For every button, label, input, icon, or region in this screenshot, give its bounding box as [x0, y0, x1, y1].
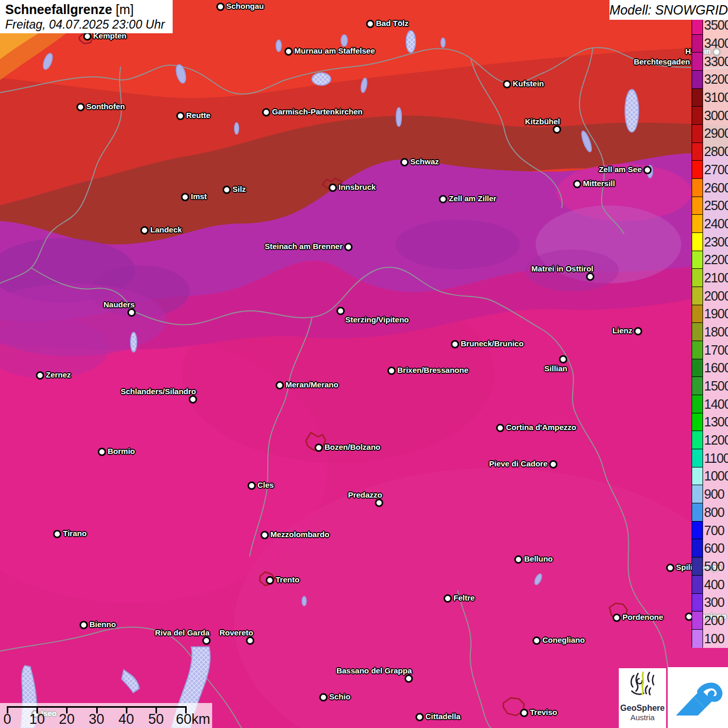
city-label: Kitzbühel	[525, 117, 561, 126]
city-dot	[176, 112, 185, 120]
city-label: Innsbruck	[339, 183, 376, 191]
city-dot	[315, 444, 323, 452]
colorbar-tick-label: 3100	[704, 90, 728, 105]
city-label: Bienno	[89, 620, 116, 629]
colorbar-tick-label: 1100	[704, 450, 728, 465]
colorbar-tick-label: 3000	[704, 108, 728, 123]
colorbar-tick-label: 3400	[704, 36, 728, 51]
city-label: Schlanders/Silandro	[121, 387, 196, 396]
city-dot	[329, 184, 337, 192]
city-label: Zell am See	[599, 165, 642, 174]
colorbar-segment	[692, 359, 703, 378]
city-dot	[520, 709, 528, 717]
colorbar-tick-label: 3300	[704, 54, 728, 69]
city-dot	[387, 367, 396, 375]
city-label: Conegliano	[542, 635, 585, 644]
city-label: Murnau am Staffelsee	[294, 46, 375, 55]
city-dot	[98, 448, 106, 456]
geosphere-logo-text: GeoSphere	[619, 704, 666, 713]
colorbar-segment	[692, 179, 703, 197]
city-dot	[36, 371, 44, 380]
colorbar-segment	[692, 395, 703, 413]
geosphere-logo-subtext: Austria	[619, 713, 666, 722]
colorbar-tick-label: 400	[704, 577, 724, 592]
colorbar-segment	[692, 251, 703, 269]
city-label: Pieve di Cadore	[489, 459, 548, 468]
geosphere-logo-icon	[627, 668, 659, 700]
scale-bar-number: 10	[29, 711, 45, 727]
city-label: Cittadella	[425, 712, 461, 721]
mountain-cloud-icon	[671, 674, 725, 722]
city-label: Mittersill	[583, 179, 615, 188]
city-dot	[127, 308, 136, 317]
city-label: Schio	[329, 692, 350, 701]
colorbar-segment	[692, 305, 703, 323]
city-label: Silz	[232, 185, 246, 193]
city-dot	[666, 564, 674, 572]
city-label: Feltre	[453, 593, 475, 602]
city-dot	[559, 355, 567, 363]
colorbar-segment	[692, 89, 703, 107]
colorbar-segment	[692, 35, 703, 53]
city-dot	[336, 307, 345, 315]
colorbar-segment	[692, 431, 703, 449]
city-dot	[400, 158, 409, 166]
city-dot	[375, 499, 383, 507]
snowfall-limit-map: SchongauBad TölzKemptenMurnau am Staffel…	[0, 0, 728, 728]
city-dot	[261, 531, 269, 539]
city-dot	[80, 621, 88, 629]
city-dot	[266, 576, 274, 584]
city-label: Bassano del Grappa	[336, 666, 412, 675]
zone-purple-dark	[395, 219, 520, 269]
city-label: Bozen/Bolzano	[324, 443, 381, 451]
city-label: Sterzing/Vipiteno	[345, 315, 409, 324]
city-label: Bruneck/Brunico	[461, 339, 524, 348]
city-label: Meran/Merano	[285, 380, 339, 389]
city-label: Mezzolombardo	[270, 530, 329, 539]
colorbar-tick-label: 500	[704, 558, 724, 574]
city-label: Sillian	[544, 364, 567, 373]
city-dot	[532, 636, 541, 645]
colorbar-tick-label: 1300	[704, 414, 728, 430]
scale-bar-number: 60km	[176, 711, 210, 727]
city-dot	[451, 340, 459, 348]
city-label: Schwaz	[410, 157, 439, 166]
colorbar-tick-label: 600	[704, 541, 724, 556]
colorbar-tick-label: 2800	[704, 144, 728, 159]
city-dot	[444, 594, 452, 603]
city-dot	[415, 713, 424, 721]
city-label: Lienz	[613, 326, 632, 335]
city-dot	[553, 125, 561, 134]
city-dot	[83, 32, 92, 41]
colorbar-tick-label: 1900	[704, 306, 728, 321]
model-label: Modell: SNOWGRID	[609, 0, 728, 20]
geosphere-logo: GeoSphere Austria	[619, 668, 666, 728]
city-dot	[634, 327, 642, 335]
colorbar-tick-label: 2200	[704, 252, 728, 267]
colorbar-tick-label: 2500	[704, 198, 728, 213]
city-label: Garmisch-Partenkirchen	[272, 107, 362, 116]
city-label: Schongau	[226, 2, 264, 10]
colorbar-tick-label: 2100	[704, 270, 728, 285]
city-dot	[643, 166, 652, 174]
colorbar-segment	[692, 522, 703, 540]
city-dot	[405, 674, 413, 683]
colorbar-tick-label: 1000	[704, 469, 728, 484]
colorbar-tick-label: 1600	[704, 360, 728, 375]
colorbar-segment	[692, 503, 703, 522]
title-datetime: Freitag, 04.07.2025 23:00 Uhr	[5, 18, 173, 32]
scale-bar-number: 20	[59, 711, 74, 727]
city-dot	[319, 693, 328, 701]
colorbar-tick-label: 900	[704, 487, 724, 502]
colorbar-segment	[692, 125, 703, 143]
colorbar-segment	[692, 107, 703, 125]
city-label: Landeck	[150, 225, 182, 234]
city-label: Pordenone	[622, 613, 663, 621]
colorbar-tick-label: 2700	[704, 162, 728, 177]
city-dot	[586, 272, 594, 281]
colorbar-tick-label: 100	[704, 631, 724, 646]
city-dot	[223, 186, 231, 194]
colorbar-segment	[692, 485, 703, 503]
colorbar-tick-label: 2400	[704, 216, 728, 231]
colorbar-segment	[692, 341, 703, 359]
